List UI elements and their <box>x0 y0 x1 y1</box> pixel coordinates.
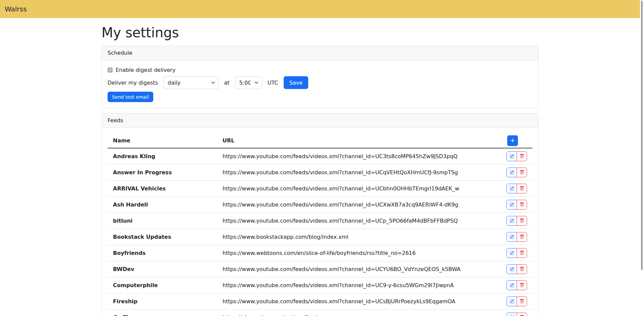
trash-icon <box>520 170 524 175</box>
enable-digest-row: ✓ Enable digest delivery <box>108 66 532 74</box>
edit-feed-button[interactable] <box>507 216 517 226</box>
feed-actions <box>495 148 532 164</box>
feed-actions <box>495 180 532 196</box>
trash-icon <box>520 283 524 287</box>
table-row: BWDev https://www.youtube.com/feeds/vide… <box>108 261 532 277</box>
delete-feed-button[interactable] <box>517 151 527 161</box>
feed-url: https://www.bookstackapp.com/blog/index.… <box>223 229 495 245</box>
feeds-card-header: Feeds <box>102 114 538 128</box>
delete-feed-button[interactable] <box>517 248 527 258</box>
feed-url: https://www.webtoons.com/en/slice-of-lif… <box>223 245 495 261</box>
feed-name: Andreas Kling <box>108 148 223 164</box>
feed-actions-group <box>507 168 527 177</box>
table-row: Answer In Progress https://www.youtube.c… <box>108 164 532 180</box>
edit-feed-button[interactable] <box>507 200 517 210</box>
feed-actions-group <box>507 248 527 258</box>
edit-feed-button[interactable] <box>507 168 517 177</box>
edit-feed-button[interactable] <box>507 184 517 193</box>
pencil-square-icon <box>510 234 514 239</box>
trash-icon <box>520 267 524 271</box>
feed-actions-group <box>507 313 527 316</box>
feeds-table: Name URL + Andreas Kling https://www.you… <box>108 133 532 316</box>
table-row: ARRIVAL Vehicles https://www.youtube.com… <box>108 180 532 196</box>
trash-icon <box>520 186 524 191</box>
edit-feed-button[interactable] <box>507 280 517 290</box>
pencil-square-icon <box>510 267 514 271</box>
feed-url: https://www.youtube.com/feeds/videos.xml… <box>223 196 495 213</box>
delete-feed-button[interactable] <box>517 297 527 306</box>
pencil-square-icon <box>510 251 514 255</box>
feed-url: https://www.youtube.com/feeds/videos.xml… <box>223 293 495 309</box>
trash-icon <box>520 154 524 159</box>
delete-feed-button[interactable] <box>517 184 527 193</box>
table-row: Boyfriends https://www.webtoons.com/en/s… <box>108 245 532 261</box>
delete-feed-button[interactable] <box>517 216 527 226</box>
schedule-card-body: ✓ Enable digest delivery Deliver my dige… <box>102 60 538 107</box>
delete-feed-button[interactable] <box>517 168 527 177</box>
feed-actions <box>495 245 532 261</box>
scrollbar-thumb[interactable] <box>641 1 643 270</box>
feed-url: https://www.youtube.com/feeds/videos.xml… <box>223 148 495 164</box>
delete-feed-button[interactable] <box>517 264 527 274</box>
feed-actions <box>495 164 532 180</box>
feed-actions <box>495 213 532 229</box>
table-row: Fireship https://www.youtube.com/feeds/v… <box>108 293 532 309</box>
feed-name: bitluni <box>108 213 223 229</box>
feed-url: https://www.youtube.com/feeds/videos.xml… <box>223 180 495 196</box>
feed-name: BWDev <box>108 261 223 277</box>
time-select-wrap: 5:00 <box>235 76 262 89</box>
feeds-table-header-row: Name URL + <box>108 133 532 148</box>
feed-actions-group <box>507 151 527 161</box>
table-row: Bookstack Updates https://www.bookstacka… <box>108 229 532 245</box>
edit-feed-button[interactable] <box>507 232 517 242</box>
scrollbar-track[interactable] <box>640 0 644 316</box>
edit-feed-button[interactable] <box>507 151 517 161</box>
column-header-url: URL <box>223 133 495 148</box>
save-button[interactable]: Save <box>284 76 308 89</box>
feed-actions-group <box>507 280 527 290</box>
feed-actions-group <box>507 200 527 210</box>
at-label: at <box>224 80 230 86</box>
send-test-email-button[interactable]: Send test email <box>108 92 153 102</box>
delete-feed-button[interactable] <box>517 200 527 210</box>
feed-actions <box>495 293 532 309</box>
frequency-select[interactable]: daily <box>163 76 219 89</box>
feed-actions-group <box>507 216 527 226</box>
feeds-card: Feeds Name URL + Andreas Kling <box>102 113 538 316</box>
table-row: Go Time https://changelog.com/gotime/fee… <box>108 309 532 316</box>
feed-url: https://www.youtube.com/feeds/videos.xml… <box>223 261 495 277</box>
feed-name: Answer In Progress <box>108 164 223 180</box>
feed-name: Boyfriends <box>108 245 223 261</box>
feed-url: https://www.youtube.com/feeds/videos.xml… <box>223 277 495 293</box>
edit-feed-button[interactable] <box>507 264 517 274</box>
navbar-brand[interactable]: Walrss <box>5 5 27 13</box>
add-feed-button[interactable]: + <box>507 135 518 146</box>
pencil-square-icon <box>510 186 514 191</box>
enable-digest-label[interactable]: Enable digest delivery <box>116 67 175 73</box>
feed-name: Ash Hardell <box>108 196 223 213</box>
feed-actions-group <box>507 264 527 274</box>
schedule-card-header: Schedule <box>102 46 538 60</box>
feed-name: Fireship <box>108 293 223 309</box>
deliver-row: Deliver my digests daily at 5:00 <box>108 76 532 89</box>
enable-digest-checkbox[interactable]: ✓ <box>108 67 113 73</box>
timezone-label: UTC <box>268 80 278 86</box>
feeds-card-body: Name URL + Andreas Kling https://www.you… <box>102 128 538 316</box>
time-select[interactable]: 5:00 <box>235 76 262 89</box>
edit-feed-button[interactable] <box>507 297 517 306</box>
delete-feed-button[interactable] <box>517 313 527 316</box>
table-row: Andreas Kling https://www.youtube.com/fe… <box>108 148 532 164</box>
column-header-name: Name <box>108 133 223 148</box>
main-container: My settings Schedule ✓ Enable digest del… <box>102 25 538 316</box>
delete-feed-button[interactable] <box>517 280 527 290</box>
trash-icon <box>520 202 524 207</box>
edit-feed-button[interactable] <box>507 248 517 258</box>
page: Walrss My settings Schedule ✓ Enable dig… <box>0 0 640 316</box>
pencil-square-icon <box>510 283 514 287</box>
trash-icon <box>520 299 524 304</box>
delete-feed-button[interactable] <box>517 232 527 242</box>
feed-url: https://www.youtube.com/feeds/videos.xml… <box>223 213 495 229</box>
edit-feed-button[interactable] <box>507 313 517 316</box>
navbar: Walrss <box>0 0 640 18</box>
column-header-actions: + <box>495 133 532 148</box>
